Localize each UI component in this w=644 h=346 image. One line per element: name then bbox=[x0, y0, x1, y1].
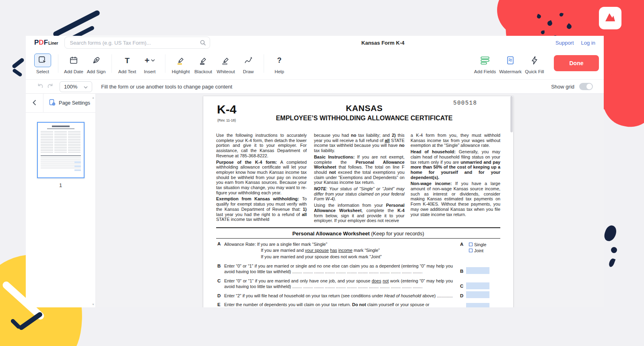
scroll-down-arrow[interactable]: ▼ bbox=[92, 303, 95, 306]
thumbnails-panel: 1 bbox=[26, 113, 95, 188]
tool-whiteout[interactable]: Whiteout bbox=[215, 54, 237, 74]
checkbox-icon[interactable] bbox=[469, 243, 473, 246]
tool-help[interactable]: ? Help bbox=[268, 54, 291, 74]
checkbox-icon[interactable] bbox=[469, 249, 473, 252]
instruction-paragraph: a K-4 form from you, they must withhold … bbox=[411, 133, 500, 148]
row-letter: A bbox=[217, 241, 221, 246]
row-letter-right: B bbox=[460, 269, 463, 274]
tool-add-date[interactable]: Add Date bbox=[62, 54, 85, 74]
tool-select[interactable]: Select bbox=[31, 54, 54, 74]
checkbox-single[interactable]: Single bbox=[469, 241, 486, 247]
login-link[interactable]: Log in bbox=[581, 40, 595, 46]
collapse-sidebar-button[interactable] bbox=[26, 94, 43, 112]
instructions-column: Use the following instructions to accura… bbox=[216, 133, 307, 223]
show-grid-toggle[interactable] bbox=[579, 83, 593, 90]
insert-icon: + bbox=[141, 54, 158, 67]
zoom-select[interactable]: 100% bbox=[60, 81, 92, 92]
field-b-input[interactable] bbox=[466, 267, 489, 274]
tool-blackout[interactable]: Blackout bbox=[192, 54, 215, 74]
tool-watermark[interactable]: Watermark bbox=[497, 54, 523, 74]
document-viewport[interactable]: 500518 K-4 (Rev. 11-18) KANSAS EMPLOYEE’… bbox=[96, 94, 604, 307]
done-button[interactable]: Done bbox=[554, 55, 599, 71]
search-icon[interactable] bbox=[200, 39, 206, 47]
tool-label: Watermark bbox=[499, 69, 522, 74]
pdf-page[interactable]: 500518 K-4 (Rev. 11-18) KANSAS EMPLOYEE’… bbox=[203, 96, 513, 307]
add-fields-icon bbox=[477, 54, 493, 67]
pdfliner-logo[interactable]: PDFLiner bbox=[34, 39, 58, 47]
worksheet-row-d: D Enter “2” if you will file head of hou… bbox=[216, 293, 500, 300]
toolbar-divider bbox=[58, 54, 58, 73]
pages-sidebar: Page Settings 1 ▲ ▼ bbox=[26, 94, 96, 307]
row-letter-right: A bbox=[460, 242, 463, 247]
redo-button[interactable] bbox=[45, 82, 55, 91]
document-title-container: Kansas Form K-4 bbox=[210, 40, 555, 46]
toolbar-divider bbox=[111, 54, 112, 73]
page-settings-button[interactable]: Page Settings bbox=[43, 94, 95, 112]
row-letter: E bbox=[217, 302, 221, 307]
undo-button[interactable] bbox=[35, 82, 45, 91]
thumbnail-field bbox=[74, 169, 81, 171]
page-thumbnail[interactable] bbox=[37, 122, 85, 178]
whiteout-icon bbox=[217, 54, 234, 67]
instructions-column: a K-4 form from you, they must withhold … bbox=[411, 133, 500, 218]
tool-label: Whiteout bbox=[217, 69, 235, 74]
tool-label: Help bbox=[275, 69, 284, 74]
header-links: Support Log in bbox=[555, 40, 595, 46]
tool-add-text[interactable]: T Add Text bbox=[116, 54, 138, 74]
logo-letter: P bbox=[34, 39, 39, 47]
tool-add-sign[interactable]: Add Sign bbox=[85, 54, 107, 74]
help-icon: ? bbox=[271, 54, 288, 67]
field-e-input[interactable] bbox=[466, 303, 489, 307]
worksheet-row-c: C Enter “0” or “1” if you are married an… bbox=[216, 278, 500, 290]
row-letter-right: D bbox=[460, 293, 463, 298]
pdfliner-app-badge bbox=[599, 7, 621, 29]
tool-label: Highlight bbox=[172, 69, 190, 74]
instruction-paragraph: NOTE: Your status of “Single” or “Joint”… bbox=[314, 186, 405, 202]
toolbar-hint-text: Fill the form or use another tools to ch… bbox=[101, 84, 232, 90]
logo-suffix: Liner bbox=[48, 41, 58, 45]
allowance-rate-options: Single Joint bbox=[469, 241, 486, 253]
tool-draw[interactable]: Draw bbox=[237, 54, 260, 74]
content-area: Page Settings 1 ▲ ▼ bbox=[26, 94, 604, 307]
toolbar-divider bbox=[165, 54, 165, 73]
instruction-paragraph: Use the following instructions to accura… bbox=[216, 133, 307, 159]
tool-highlight[interactable]: Highlight bbox=[169, 54, 192, 74]
page-settings-icon bbox=[49, 99, 56, 107]
worksheet-row-e: E Enter the number of dependents you wil… bbox=[216, 302, 500, 307]
chevron-down-icon bbox=[84, 84, 88, 90]
row-letter: B bbox=[217, 264, 221, 268]
decor-ink-dot bbox=[611, 247, 617, 253]
tool-label: Add Date bbox=[64, 69, 83, 74]
lightning-icon bbox=[526, 54, 543, 67]
worksheet-row-a: A Allowance Rate: If you are a single fi… bbox=[216, 241, 500, 260]
search-input[interactable] bbox=[64, 37, 210, 49]
checkbox-joint[interactable]: Joint bbox=[469, 247, 486, 253]
thumbnail-divider bbox=[41, 155, 81, 156]
tool-label: Blackout bbox=[194, 69, 212, 74]
field-d-input[interactable] bbox=[466, 291, 489, 298]
personal-allowance-worksheet: Personal Allowance Worksheet (Keep for y… bbox=[216, 227, 500, 307]
tool-insert[interactable]: + Insert bbox=[138, 54, 161, 74]
text-icon: T bbox=[119, 54, 136, 67]
field-c-input[interactable] bbox=[466, 282, 489, 289]
tool-add-fields[interactable]: Add Fields bbox=[473, 54, 497, 74]
pdfliner-badge-icon bbox=[604, 12, 616, 24]
toggle-knob bbox=[586, 84, 592, 89]
document-scrollbar[interactable] bbox=[510, 96, 513, 132]
row-b-text: Enter “0” or “1” if you are married or s… bbox=[224, 264, 453, 274]
tool-label: Quick Fill bbox=[525, 69, 544, 74]
thumbnail-columns bbox=[41, 131, 81, 154]
row-d-text: Enter “2” if you will file head of house… bbox=[224, 293, 453, 299]
support-link[interactable]: Support bbox=[555, 40, 574, 46]
decor-brush-stroke bbox=[12, 68, 23, 77]
sidebar-header: Page Settings bbox=[26, 94, 95, 113]
highlight-icon bbox=[172, 54, 189, 67]
instructions-column: because you had no tax liability; and 2)… bbox=[314, 133, 405, 224]
tool-quick-fill[interactable]: Quick Fill bbox=[523, 54, 546, 74]
thumbnail-field bbox=[74, 161, 81, 163]
scroll-up-arrow[interactable]: ▲ bbox=[92, 96, 95, 99]
instruction-paragraph: Head of household: Generally, you may cl… bbox=[411, 149, 500, 180]
tool-label: Add Text bbox=[118, 69, 136, 74]
pdfliner-app: PDFLiner Kansas Form K-4 Support Log in … bbox=[26, 36, 604, 307]
thumbnail-title-line bbox=[52, 126, 70, 127]
